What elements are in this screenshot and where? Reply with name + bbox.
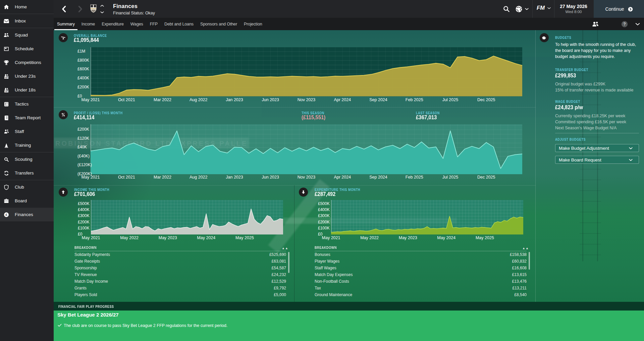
y-axis-label: £120K <box>77 136 89 141</box>
home-icon <box>3 4 9 10</box>
tab-debt-and-loans[interactable]: Debt and Loans <box>161 18 197 30</box>
breakdown-row-value: £158,538 <box>486 252 527 257</box>
budget-action-dropdown-1[interactable]: Make Board Request <box>555 156 639 164</box>
x-axis-label: May 2022 <box>360 235 379 240</box>
club-crest[interactable] <box>90 4 97 14</box>
dropdown-label: Make Board Request <box>559 157 601 162</box>
expenditure-icon <box>299 188 308 197</box>
x-axis-label: May 2021 <box>82 175 100 180</box>
y-axis-label: £200K <box>78 220 90 224</box>
breakdown-row-value: £16,608 <box>486 266 527 270</box>
sidebar-item-club[interactable]: Club <box>0 180 54 194</box>
x-axis-label: Aug 2022 <box>190 175 208 180</box>
x-axis-label: Feb 2025 <box>406 175 423 180</box>
team-switcher[interactable] <box>100 4 105 14</box>
wage-budget-value: £24,823 p/w <box>555 104 583 111</box>
sidebar-item-label: Tactics <box>15 101 29 107</box>
breakdown-row-label: Grants <box>74 286 87 290</box>
breakdown-row-value: £12,529 <box>246 279 286 284</box>
wage-budget-note: Currently spending £18.25K per week <box>555 114 625 118</box>
squad-icon <box>3 32 9 38</box>
x-axis-label: Jul 2025 <box>442 97 458 102</box>
x-axis-label: Mar 2022 <box>154 175 171 180</box>
sidebar-item-scouting[interactable]: Scouting <box>0 152 54 166</box>
tab-summary[interactable]: Summary <box>54 18 78 30</box>
sidebar-item-schedule[interactable]: Schedule <box>0 42 54 56</box>
sidebar-item-under-18s[interactable]: U18Under 18s <box>0 83 54 97</box>
y-axis-label: (£40K) <box>77 154 90 158</box>
meeting-icon[interactable] <box>591 20 599 28</box>
budget-action-dropdown-0[interactable]: Make Budget Adjustment <box>555 144 639 152</box>
tactics-icon <box>3 101 9 107</box>
y-axis-label: £100K <box>78 226 90 230</box>
income-breakdown-scrollbar[interactable] <box>288 252 289 273</box>
inbox-icon <box>3 18 9 24</box>
continue-button[interactable]: Continue <box>594 0 644 18</box>
club-icon <box>3 184 9 190</box>
world-dropdown-chevron-icon[interactable] <box>523 0 531 18</box>
sidebar-item-home[interactable]: Home <box>0 0 54 14</box>
sidebar-item-transfers[interactable]: Transfers <box>0 166 54 180</box>
tab-sponsors-and-other[interactable]: Sponsors and Other <box>197 18 240 30</box>
sidebar-item-tactics[interactable]: Tactics <box>0 97 54 111</box>
section-divider-vertical <box>294 185 294 302</box>
transfers-icon <box>3 170 9 176</box>
sidebar-item-label: Finances <box>15 212 33 217</box>
x-axis-label: May 2024 <box>437 235 455 240</box>
ffp-heading: FINANCIAL FAIR PLAY PROGRESS <box>58 305 114 309</box>
expenditure-breakdown-scrollbar[interactable] <box>529 252 530 270</box>
fm-menu[interactable]: FM <box>537 5 551 11</box>
tab-projection[interactable]: Projection <box>240 18 266 30</box>
breakdown-row-label: Player Wages <box>315 259 339 264</box>
sidebar-item-board[interactable]: Board <box>0 194 54 208</box>
breakdown-row-value: £5,000 <box>246 292 286 297</box>
svg-text:£: £ <box>5 213 7 216</box>
x-axis-label: Jun 2023 <box>262 97 279 102</box>
sidebar-item-label: Club <box>15 185 24 190</box>
forward-button[interactable] <box>73 0 87 18</box>
sidebar-item-training[interactable]: Training <box>0 138 54 152</box>
topbar-divider <box>532 0 533 18</box>
sidebar-item-squad[interactable]: Squad <box>0 28 54 42</box>
breakdown-row-label: Sponsorship <box>74 266 97 270</box>
staff-icon <box>3 129 9 135</box>
panel-chevron-down-icon[interactable] <box>635 21 641 27</box>
transfer-budget-label: TRANSFER BUDGET <box>555 68 588 72</box>
tab-ffp[interactable]: FFP <box>147 18 161 30</box>
sidebar-item-label: Schedule <box>15 46 34 51</box>
transfer-budget-note: Original budget was £299K <box>555 82 605 86</box>
tab-income[interactable]: Income <box>78 18 98 30</box>
x-axis-label: May 2021 <box>82 235 100 240</box>
breakdown-row-value: £63,081 <box>246 259 286 264</box>
help-icon[interactable]: ? <box>621 20 628 28</box>
x-axis-label: Dec 2025 <box>477 97 495 102</box>
back-button[interactable] <box>57 0 71 18</box>
page-subtitle: Financial Status: Okay <box>113 11 155 15</box>
x-axis-label: May 2024 <box>197 235 215 240</box>
income-icon <box>59 188 68 197</box>
y-axis-label: £400K <box>78 207 90 212</box>
breakdown-row-label: Ground Maintenance <box>315 292 352 297</box>
tab-wages[interactable]: Wages <box>127 18 147 30</box>
sidebar-item-finances[interactable]: £Finances <box>0 208 54 221</box>
sidebar-item-competitions[interactable]: Competitions <box>0 56 54 69</box>
x-axis-label: Feb 2025 <box>406 97 423 102</box>
sidebar-item-under-23s[interactable]: U23Under 23s <box>0 69 54 83</box>
y-axis-label: £200K <box>318 220 330 224</box>
budgets-intro: To help with the smooth running of the c… <box>555 42 641 60</box>
balance-value: £1,095,844 <box>74 37 99 44</box>
breakdown-row-label: Solidarity Payments <box>74 252 110 257</box>
x-axis-label: Aug 2022 <box>190 97 208 102</box>
sidebar-item-staff[interactable]: Staff <box>0 125 54 138</box>
x-axis-label: May 2021 <box>82 97 100 102</box>
income-value: £701,606 <box>74 191 95 198</box>
profit-loss-icon <box>59 110 68 119</box>
sidebar-item-team-report[interactable]: Team Report <box>0 111 54 125</box>
sidebar-item-inbox[interactable]: Inbox <box>0 14 54 28</box>
section-divider <box>54 107 536 108</box>
tab-expenditure[interactable]: Expenditure <box>98 18 127 30</box>
search-icon[interactable] <box>499 0 513 18</box>
sidebar-item-label: Team Report <box>15 115 41 120</box>
sidebar-item-label: Staff <box>15 129 24 134</box>
budgets-heading: BUDGETS <box>555 36 571 40</box>
